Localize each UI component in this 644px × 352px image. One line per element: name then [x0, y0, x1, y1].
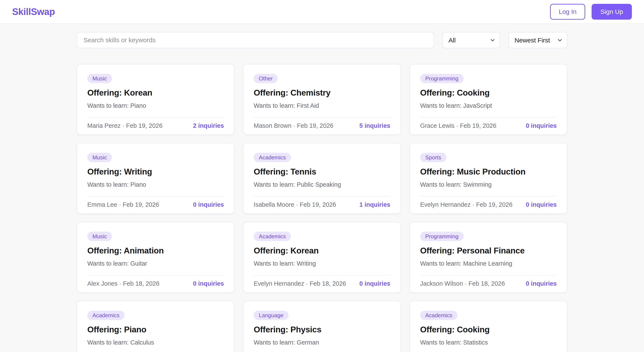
card-footer: Emma Lee · Feb 19, 2026 0 inquiries: [87, 196, 224, 208]
card-title: Offering: Piano: [87, 325, 224, 335]
card: Sports Offering: Music Production Wants …: [410, 143, 567, 214]
category-badge: Music: [87, 74, 112, 83]
sort-select-wrap: Newest First: [508, 32, 567, 48]
brand-logo: SkillSwap: [12, 7, 55, 17]
card-wants: Wants to learn: German: [254, 338, 390, 347]
card-footer: Alex Jones · Feb 18, 2026 0 inquiries: [87, 275, 224, 287]
card-divider: [254, 275, 390, 275]
card-footer: Mason Brown · Feb 19, 2026 5 inquiries: [254, 117, 390, 129]
card-title: Offering: Writing: [87, 167, 224, 177]
card-footer: Isabella Moore · Feb 19, 2026 1 inquirie…: [254, 196, 390, 208]
card-wants: Wants to learn: Swimming: [420, 181, 557, 189]
inquiries-link[interactable]: 0 inquiries: [193, 201, 224, 208]
category-badge: Sports: [420, 153, 446, 162]
inquiries-link[interactable]: 0 inquiries: [360, 280, 390, 287]
card: Academics Offering: Piano Wants to learn…: [77, 301, 234, 352]
card-wants: Wants to learn: Guitar: [87, 260, 224, 268]
inquiries-link[interactable]: 0 inquiries: [193, 280, 224, 287]
category-badge: Academics: [254, 232, 291, 241]
category-badge: Academics: [87, 311, 124, 320]
category-badge: Language: [254, 311, 288, 320]
card: Language Offering: Physics Wants to lear…: [243, 301, 401, 352]
card-wants: Wants to learn: Machine Learning: [420, 260, 557, 268]
inquiries-link[interactable]: 0 inquiries: [526, 280, 557, 287]
category-badge: Music: [87, 153, 112, 162]
card-divider: [420, 196, 557, 197]
card-title: Offering: Animation: [87, 246, 224, 256]
card: Academics Offering: Tennis Wants to lear…: [243, 143, 401, 214]
filter-bar: All Newest First: [77, 32, 567, 48]
card-byline: Mason Brown · Feb 19, 2026: [254, 122, 333, 129]
inquiries-link[interactable]: 1 inquiries: [360, 201, 390, 208]
category-select[interactable]: All: [442, 32, 500, 48]
main-content: All Newest First Music Offering: Korean …: [77, 24, 567, 352]
card-byline: Grace Lewis · Feb 19, 2026: [420, 122, 496, 129]
card-wants: Wants to learn: Statistics: [420, 338, 557, 347]
card: Other Offering: Chemistry Wants to learn…: [243, 64, 401, 135]
card-title: Offering: Korean: [254, 246, 390, 256]
card-wants: Wants to learn: Writing: [254, 260, 390, 268]
card-wants: Wants to learn: Piano: [87, 181, 224, 189]
card-wants: Wants to learn: Public Speaking: [254, 181, 390, 189]
card-title: Offering: Korean: [87, 88, 224, 98]
card-divider: [87, 275, 224, 275]
card-byline: Evelyn Hernandez · Feb 19, 2026: [420, 201, 512, 208]
card: Music Offering: Animation Wants to learn…: [77, 222, 234, 293]
search-input[interactable]: [77, 32, 434, 48]
card-footer: Grace Lewis · Feb 19, 2026 0 inquiries: [420, 117, 557, 129]
card-title: Offering: Music Production: [420, 167, 557, 177]
card-wants: Wants to learn: Calculus: [87, 338, 224, 347]
card-divider: [420, 117, 557, 118]
card-wants: Wants to learn: JavaScript: [420, 102, 557, 110]
card-footer: Evelyn Hernandez · Feb 19, 2026 0 inquir…: [420, 196, 557, 208]
card-footer: Maria Perez · Feb 19, 2026 2 inquiries: [87, 117, 224, 129]
card-title: Offering: Cooking: [420, 325, 557, 335]
card-footer: Jackson Wilson · Feb 18, 2026 0 inquirie…: [420, 275, 557, 287]
card: Music Offering: Writing Wants to learn: …: [77, 143, 234, 214]
card-byline: Evelyn Hernandez · Feb 18, 2026: [254, 280, 346, 287]
sort-select[interactable]: Newest First: [508, 32, 567, 48]
card-title: Offering: Tennis: [254, 167, 390, 177]
login-button[interactable]: Log In: [550, 4, 585, 20]
inquiries-link[interactable]: 0 inquiries: [526, 201, 557, 208]
card-divider: [87, 117, 224, 118]
category-badge: Academics: [254, 153, 291, 162]
card-byline: Jackson Wilson · Feb 18, 2026: [420, 280, 505, 287]
card: Academics Offering: Korean Wants to lear…: [243, 222, 401, 293]
header: SkillSwap Log In Sign Up: [0, 0, 644, 24]
signup-button[interactable]: Sign Up: [592, 4, 632, 20]
category-badge: Programming: [420, 232, 464, 241]
card-byline: Alex Jones · Feb 18, 2026: [87, 280, 160, 287]
inquiries-link[interactable]: 0 inquiries: [526, 122, 557, 129]
card: Programming Offering: Personal Finance W…: [410, 222, 567, 293]
card-title: Offering: Cooking: [420, 88, 557, 98]
card-divider: [254, 117, 390, 118]
card-grid: Music Offering: Korean Wants to learn: P…: [77, 64, 567, 352]
category-select-wrap: All: [442, 32, 500, 48]
card-wants: Wants to learn: First Aid: [254, 102, 390, 110]
card: Academics Offering: Cooking Wants to lea…: [410, 301, 567, 352]
card: Music Offering: Korean Wants to learn: P…: [77, 64, 234, 135]
card-title: Offering: Physics: [254, 325, 390, 335]
category-badge: Programming: [420, 74, 464, 83]
card-footer: Evelyn Hernandez · Feb 18, 2026 0 inquir…: [254, 275, 390, 287]
card-divider: [87, 196, 224, 197]
card-divider: [254, 196, 390, 197]
card-title: Offering: Chemistry: [254, 88, 390, 98]
card-title: Offering: Personal Finance: [420, 246, 557, 256]
category-badge: Music: [87, 232, 112, 241]
card-wants: Wants to learn: Piano: [87, 102, 224, 110]
header-actions: Log In Sign Up: [550, 4, 632, 20]
card-divider: [420, 275, 557, 275]
inquiries-link[interactable]: 2 inquiries: [193, 122, 224, 129]
category-badge: Other: [254, 74, 278, 83]
card-byline: Isabella Moore · Feb 19, 2026: [254, 201, 336, 208]
card-byline: Maria Perez · Feb 19, 2026: [87, 122, 162, 129]
inquiries-link[interactable]: 5 inquiries: [360, 122, 390, 129]
card-byline: Emma Lee · Feb 19, 2026: [87, 201, 159, 208]
card: Programming Offering: Cooking Wants to l…: [410, 64, 567, 135]
category-badge: Academics: [420, 311, 458, 320]
